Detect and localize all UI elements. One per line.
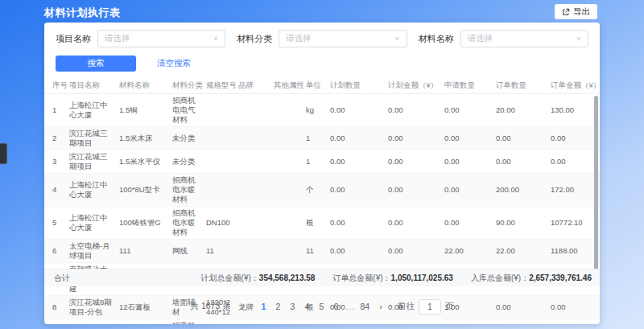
topbar: 材料计划执行表 导出 (0, 0, 644, 23)
material-name-select[interactable]: 请选择 ∨ (460, 30, 588, 47)
table-cell: 80.00 (493, 319, 548, 325)
table-cell: 0.00 (548, 127, 600, 150)
table-cell: 个 (303, 174, 328, 207)
vertical-scrollbar[interactable] (594, 96, 598, 277)
page-number[interactable]: 5 (314, 300, 328, 313)
clear-search-link[interactable]: 清空搜索 (157, 58, 191, 69)
table-cell: 2 (44, 127, 67, 150)
chevron-down-icon: ∨ (576, 35, 581, 42)
table-cell: 个 (303, 319, 328, 325)
page-number[interactable]: 4 (299, 300, 314, 313)
page: 材料计划执行表 导出 项目名称 请选择 ∨ 材料分类 请选择 (0, 0, 644, 329)
table-cell: 0.00 (442, 94, 493, 127)
table-cell (204, 150, 236, 174)
page-ellipsis: ... (343, 300, 357, 313)
totals-group: 计划总金额(¥)：354,568,213.58订单总金额(¥)：1,050,11… (201, 273, 592, 284)
table-cell (271, 174, 303, 207)
table-cell (236, 207, 271, 240)
table-cell: 100*8U型卡 (117, 174, 170, 207)
table-cell: 0.00 (328, 127, 386, 150)
table-cell: 1 (303, 127, 328, 150)
table-cell (236, 94, 271, 127)
table-cell: 根 (303, 207, 328, 240)
table-row: 9上海松江中心大厦150*10U型卡招商机电水暖材料个0.000.000.008… (44, 319, 600, 325)
prev-page-arrow[interactable]: ‹ (242, 302, 254, 311)
next-page-arrow[interactable]: › (375, 302, 386, 311)
filter-material-category: 材料分类 请选择 ∨ (237, 30, 407, 47)
table-cell: 20.00 (493, 94, 548, 127)
table-cell: 上海松江中心大厦 (67, 207, 117, 240)
table-cell: kg (303, 94, 328, 127)
table-row: 3滨江花城三期项目1.5米水平仪未分类10.000.000.000.000.00 (44, 150, 600, 174)
table-cell: 90.00 (493, 207, 548, 240)
export-icon (562, 8, 570, 16)
table-row: 6太空电梯-月球项目111网线11110.000.0022.0022.00118… (44, 240, 600, 263)
table-cell: 4 (44, 174, 67, 207)
table-cell: 130.00 (548, 94, 600, 127)
table-cell: 0.00 (386, 174, 442, 207)
table-cell (236, 174, 271, 207)
table-cell: 未分类 (170, 127, 204, 150)
table-cell: 0.00 (386, 94, 442, 127)
table-cell: 0.00 (328, 240, 386, 263)
table-cell: 0.00 (386, 319, 442, 325)
chevron-down-icon: ∨ (213, 35, 219, 42)
sidebar-handle[interactable] (0, 143, 7, 164)
project-name-label: 项目名称 (56, 33, 91, 45)
table-cell: 0.00 (386, 207, 442, 240)
goto-page-input[interactable] (419, 299, 441, 315)
filter-material-name: 材料名称 请选择 ∨ (419, 30, 588, 47)
table-header-row: 序号项目名称材料名称材料分类规格型号品牌其他属性单位计划数量计划金额（¥）申请数… (44, 78, 600, 94)
table-cell: 0.00 (328, 207, 386, 240)
table-cell: 22.00 (493, 240, 548, 263)
page-number[interactable]: 2 (270, 300, 285, 313)
content-card: 项目名称 请选择 ∨ 材料分类 请选择 ∨ 材料名称 请选择 ∨ (44, 23, 600, 324)
table-row: 4上海松江中心大厦100*8U型卡招商机电水暖材料个0.000.000.0020… (44, 174, 600, 207)
table-cell (204, 127, 236, 150)
summary-total: 入库总金额(¥)：2,657,339,761.46 (471, 273, 592, 284)
filter-project: 项目名称 请选择 ∨ (56, 30, 225, 47)
table-row: 5上海松江中心大厦100铸铁管G招商机电水暖材料DN100根0.000.000.… (44, 207, 600, 240)
table-cell: 招商机电水暖材料 (170, 207, 204, 240)
filter-actions: 搜索 清空搜索 (44, 47, 600, 78)
table-cell: 0.00 (548, 150, 600, 174)
table-cell: 0.00 (386, 150, 442, 174)
table-cell: 0.00 (442, 174, 493, 207)
table-cell: 0.00 (493, 127, 548, 150)
table-cell: 0.00 (442, 207, 493, 240)
page-number[interactable]: 1 (256, 300, 270, 313)
page-title: 材料计划执行表 (44, 6, 121, 20)
export-button[interactable]: 导出 (555, 4, 597, 19)
material-category-select[interactable]: 请选择 ∨ (279, 30, 407, 47)
material-category-placeholder: 请选择 (286, 33, 312, 44)
table-cell: 100铸铁管G (117, 207, 170, 240)
column-header: 序号 (44, 78, 67, 94)
column-header: 材料分类 (170, 78, 204, 94)
page-number[interactable]: 3 (285, 300, 299, 313)
table-cell (236, 127, 271, 150)
table-cell (271, 94, 303, 127)
column-header: 计划数量 (328, 78, 386, 94)
chevron-down-icon: ∨ (394, 35, 400, 42)
table-cell: 1 (44, 94, 67, 127)
table-cell: 太空电梯-月球项目 (67, 240, 117, 263)
table-cell (271, 319, 303, 325)
column-header: 申请数量 (442, 78, 493, 94)
table-cell: 1188.00 (548, 240, 600, 263)
page-number[interactable]: 84 (357, 300, 372, 313)
table-cell: 1.5铜 (117, 94, 170, 127)
table-cell: 滨江花城三期项目 (67, 150, 117, 174)
table-cell (271, 207, 303, 240)
project-name-select[interactable]: 请选择 ∨ (97, 30, 225, 47)
column-header: 规格型号 (204, 78, 236, 94)
materials-table: 序号项目名称材料名称材料分类规格型号品牌其他属性单位计划数量计划金额（¥）申请数… (44, 78, 600, 324)
table-cell: DN100 (204, 207, 236, 240)
column-header: 品牌 (236, 78, 271, 94)
table-cell: 0.00 (442, 319, 493, 325)
page-number[interactable]: 6 (328, 300, 343, 313)
table-cell: 200.00 (493, 174, 548, 207)
search-button[interactable]: 搜索 (56, 56, 136, 72)
material-name-label: 材料名称 (419, 33, 454, 45)
table-wrap: 序号项目名称材料名称材料分类规格型号品牌其他属性单位计划数量计划金额（¥）申请数… (44, 78, 600, 324)
table-cell: 招商机电水暖材料 (170, 174, 204, 207)
